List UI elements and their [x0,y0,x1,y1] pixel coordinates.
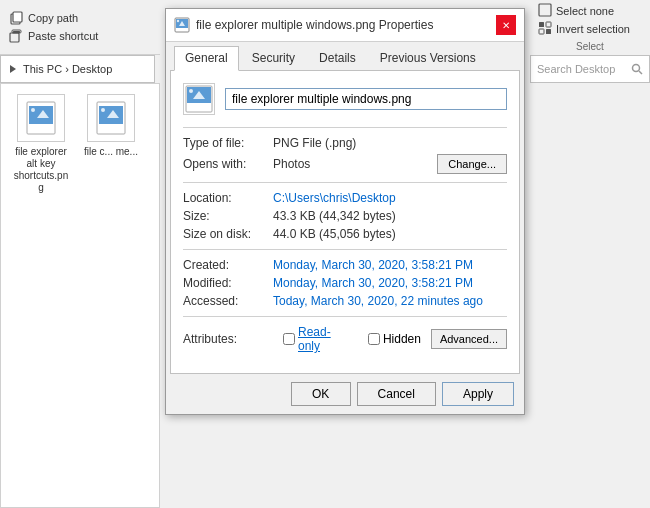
readonly-label: Read-only [298,325,350,353]
modal-overlay: file explorer multiple windows.png Prope… [0,0,650,508]
svg-point-24 [177,20,179,22]
type-label: Type of file: [183,136,273,150]
cancel-button[interactable]: Cancel [357,382,436,406]
readonly-checkbox-label[interactable]: Read-only [283,325,350,353]
modified-value: Monday, March 30, 2020, 3:58:21 PM [273,276,473,290]
location-label: Location: [183,191,273,205]
tab-content-general: Type of file: PNG File (.png) Opens with… [170,70,520,374]
size-on-disk-label: Size on disk: [183,227,273,241]
modified-row: Modified: Monday, March 30, 2020, 3:58:2… [183,276,507,290]
tab-previous-versions[interactable]: Previous Versions [369,46,487,70]
ok-button[interactable]: OK [291,382,351,406]
dates-section: Created: Monday, March 30, 2020, 3:58:21… [183,249,507,308]
attributes-label: Attributes: [183,332,273,346]
svg-point-28 [189,89,193,93]
attributes-row: Attributes: Read-only Hidden Advanced... [183,325,507,353]
size-value: 43.3 KB (44,342 bytes) [273,209,396,223]
type-row: Type of file: PNG File (.png) [183,136,507,150]
hidden-checkbox[interactable] [368,333,380,345]
created-row: Created: Monday, March 30, 2020, 3:58:21… [183,258,507,272]
modal-titlebar: file explorer multiple windows.png Prope… [166,9,524,42]
size-label: Size: [183,209,273,223]
attributes-section: Attributes: Read-only Hidden Advanced... [183,316,507,353]
opens-with-value: Photos [273,157,310,171]
tab-details[interactable]: Details [308,46,367,70]
tab-general[interactable]: General [174,46,239,71]
modal-footer: OK Cancel Apply [166,374,524,414]
opens-with-row: Opens with: Photos Change... [183,154,507,174]
modal-title: file explorer multiple windows.png Prope… [196,18,433,32]
advanced-button[interactable]: Advanced... [431,329,507,349]
location-section: Location: C:\Users\chris\Desktop Size: 4… [183,182,507,241]
opens-with-label: Opens with: [183,157,273,171]
type-value: PNG File (.png) [273,136,356,150]
file-name-input[interactable] [225,88,507,110]
size-row: Size: 43.3 KB (44,342 bytes) [183,209,507,223]
hidden-checkbox-label[interactable]: Hidden [368,332,421,346]
modal-title-left: file explorer multiple windows.png Prope… [174,17,433,33]
accessed-label: Accessed: [183,294,273,308]
readonly-checkbox[interactable] [283,333,295,345]
modal-title-icon [174,17,190,33]
location-row: Location: C:\Users\chris\Desktop [183,191,507,205]
change-button[interactable]: Change... [437,154,507,174]
properties-dialog: file explorer multiple windows.png Prope… [165,8,525,415]
modified-label: Modified: [183,276,273,290]
tab-security[interactable]: Security [241,46,306,70]
close-button[interactable]: ✕ [496,15,516,35]
apply-button[interactable]: Apply [442,382,514,406]
hidden-label: Hidden [383,332,421,346]
size-on-disk-row: Size on disk: 44.0 KB (45,056 bytes) [183,227,507,241]
file-header [183,83,507,115]
tab-bar: General Security Details Previous Versio… [166,42,524,70]
created-label: Created: [183,258,273,272]
file-header-icon [183,83,215,115]
size-on-disk-value: 44.0 KB (45,056 bytes) [273,227,396,241]
accessed-value: Today, March 30, 2020, 22 minutes ago [273,294,483,308]
created-value: Monday, March 30, 2020, 3:58:21 PM [273,258,473,272]
location-value: C:\Users\chris\Desktop [273,191,396,205]
accessed-row: Accessed: Today, March 30, 2020, 22 minu… [183,294,507,308]
type-section: Type of file: PNG File (.png) Opens with… [183,127,507,174]
